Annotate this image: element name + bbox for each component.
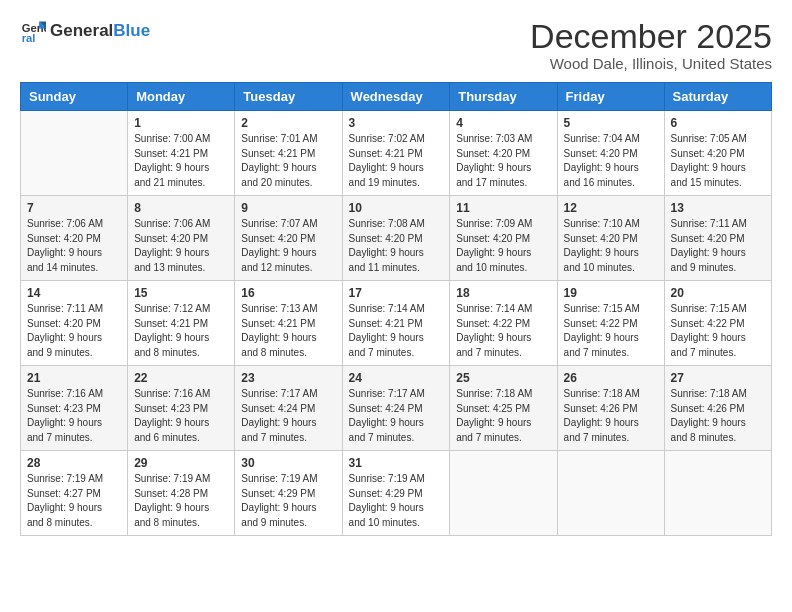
day-info: Sunrise: 7:07 AM Sunset: 4:20 PM Dayligh… [241,217,335,275]
day-info: Sunrise: 7:18 AM Sunset: 4:26 PM Dayligh… [564,387,658,445]
weekday-header-thursday: Thursday [450,83,557,111]
calendar-cell: 23Sunrise: 7:17 AM Sunset: 4:24 PM Dayli… [235,366,342,451]
day-number: 22 [134,371,228,385]
day-info: Sunrise: 7:05 AM Sunset: 4:20 PM Dayligh… [671,132,765,190]
calendar-cell: 8Sunrise: 7:06 AM Sunset: 4:20 PM Daylig… [128,196,235,281]
day-number: 13 [671,201,765,215]
calendar-cell: 15Sunrise: 7:12 AM Sunset: 4:21 PM Dayli… [128,281,235,366]
weekday-header-wednesday: Wednesday [342,83,450,111]
day-number: 24 [349,371,444,385]
day-number: 25 [456,371,550,385]
calendar-cell: 2Sunrise: 7:01 AM Sunset: 4:21 PM Daylig… [235,111,342,196]
day-info: Sunrise: 7:11 AM Sunset: 4:20 PM Dayligh… [671,217,765,275]
logo-blue-text: Blue [113,21,150,41]
day-info: Sunrise: 7:12 AM Sunset: 4:21 PM Dayligh… [134,302,228,360]
day-info: Sunrise: 7:06 AM Sunset: 4:20 PM Dayligh… [27,217,121,275]
day-number: 3 [349,116,444,130]
day-info: Sunrise: 7:19 AM Sunset: 4:27 PM Dayligh… [27,472,121,530]
calendar-cell: 19Sunrise: 7:15 AM Sunset: 4:22 PM Dayli… [557,281,664,366]
day-number: 2 [241,116,335,130]
day-info: Sunrise: 7:06 AM Sunset: 4:20 PM Dayligh… [134,217,228,275]
day-number: 29 [134,456,228,470]
calendar-cell: 27Sunrise: 7:18 AM Sunset: 4:26 PM Dayli… [664,366,771,451]
day-number: 19 [564,286,658,300]
day-number: 5 [564,116,658,130]
weekday-header-friday: Friday [557,83,664,111]
day-info: Sunrise: 7:16 AM Sunset: 4:23 PM Dayligh… [27,387,121,445]
weekday-header-monday: Monday [128,83,235,111]
calendar-cell: 3Sunrise: 7:02 AM Sunset: 4:21 PM Daylig… [342,111,450,196]
day-info: Sunrise: 7:19 AM Sunset: 4:29 PM Dayligh… [349,472,444,530]
day-number: 10 [349,201,444,215]
month-title: December 2025 [530,18,772,55]
logo: Gene ral General Blue [20,18,150,44]
day-info: Sunrise: 7:16 AM Sunset: 4:23 PM Dayligh… [134,387,228,445]
calendar-cell: 4Sunrise: 7:03 AM Sunset: 4:20 PM Daylig… [450,111,557,196]
logo-icon: Gene ral [20,18,46,44]
day-number: 16 [241,286,335,300]
day-number: 26 [564,371,658,385]
day-number: 12 [564,201,658,215]
calendar-cell: 29Sunrise: 7:19 AM Sunset: 4:28 PM Dayli… [128,451,235,536]
day-number: 27 [671,371,765,385]
calendar-table: SundayMondayTuesdayWednesdayThursdayFrid… [20,82,772,536]
day-info: Sunrise: 7:17 AM Sunset: 4:24 PM Dayligh… [349,387,444,445]
week-row-1: 1Sunrise: 7:00 AM Sunset: 4:21 PM Daylig… [21,111,772,196]
day-info: Sunrise: 7:18 AM Sunset: 4:25 PM Dayligh… [456,387,550,445]
calendar-cell: 24Sunrise: 7:17 AM Sunset: 4:24 PM Dayli… [342,366,450,451]
day-info: Sunrise: 7:02 AM Sunset: 4:21 PM Dayligh… [349,132,444,190]
day-number: 30 [241,456,335,470]
weekday-header-saturday: Saturday [664,83,771,111]
day-info: Sunrise: 7:19 AM Sunset: 4:28 PM Dayligh… [134,472,228,530]
calendar-cell: 11Sunrise: 7:09 AM Sunset: 4:20 PM Dayli… [450,196,557,281]
day-number: 4 [456,116,550,130]
calendar-cell: 17Sunrise: 7:14 AM Sunset: 4:21 PM Dayli… [342,281,450,366]
day-number: 21 [27,371,121,385]
calendar-cell: 22Sunrise: 7:16 AM Sunset: 4:23 PM Dayli… [128,366,235,451]
calendar-cell: 5Sunrise: 7:04 AM Sunset: 4:20 PM Daylig… [557,111,664,196]
day-number: 15 [134,286,228,300]
calendar-cell: 28Sunrise: 7:19 AM Sunset: 4:27 PM Dayli… [21,451,128,536]
day-number: 28 [27,456,121,470]
day-info: Sunrise: 7:04 AM Sunset: 4:20 PM Dayligh… [564,132,658,190]
calendar-cell: 9Sunrise: 7:07 AM Sunset: 4:20 PM Daylig… [235,196,342,281]
calendar-cell: 12Sunrise: 7:10 AM Sunset: 4:20 PM Dayli… [557,196,664,281]
svg-text:ral: ral [22,32,36,44]
day-info: Sunrise: 7:14 AM Sunset: 4:22 PM Dayligh… [456,302,550,360]
day-info: Sunrise: 7:14 AM Sunset: 4:21 PM Dayligh… [349,302,444,360]
day-number: 31 [349,456,444,470]
day-number: 14 [27,286,121,300]
day-number: 7 [27,201,121,215]
calendar-cell: 25Sunrise: 7:18 AM Sunset: 4:25 PM Dayli… [450,366,557,451]
weekday-header-sunday: Sunday [21,83,128,111]
calendar-cell: 26Sunrise: 7:18 AM Sunset: 4:26 PM Dayli… [557,366,664,451]
day-info: Sunrise: 7:09 AM Sunset: 4:20 PM Dayligh… [456,217,550,275]
day-number: 18 [456,286,550,300]
calendar-cell [21,111,128,196]
calendar-cell: 14Sunrise: 7:11 AM Sunset: 4:20 PM Dayli… [21,281,128,366]
calendar-cell: 21Sunrise: 7:16 AM Sunset: 4:23 PM Dayli… [21,366,128,451]
week-row-3: 14Sunrise: 7:11 AM Sunset: 4:20 PM Dayli… [21,281,772,366]
location-title: Wood Dale, Illinois, United States [530,55,772,72]
calendar-cell: 1Sunrise: 7:00 AM Sunset: 4:21 PM Daylig… [128,111,235,196]
day-number: 23 [241,371,335,385]
weekday-header-tuesday: Tuesday [235,83,342,111]
day-info: Sunrise: 7:15 AM Sunset: 4:22 PM Dayligh… [564,302,658,360]
day-number: 6 [671,116,765,130]
day-number: 1 [134,116,228,130]
week-row-5: 28Sunrise: 7:19 AM Sunset: 4:27 PM Dayli… [21,451,772,536]
day-info: Sunrise: 7:08 AM Sunset: 4:20 PM Dayligh… [349,217,444,275]
day-info: Sunrise: 7:01 AM Sunset: 4:21 PM Dayligh… [241,132,335,190]
calendar-cell: 6Sunrise: 7:05 AM Sunset: 4:20 PM Daylig… [664,111,771,196]
calendar-cell: 10Sunrise: 7:08 AM Sunset: 4:20 PM Dayli… [342,196,450,281]
calendar-cell: 13Sunrise: 7:11 AM Sunset: 4:20 PM Dayli… [664,196,771,281]
day-info: Sunrise: 7:11 AM Sunset: 4:20 PM Dayligh… [27,302,121,360]
day-number: 17 [349,286,444,300]
calendar-cell: 16Sunrise: 7:13 AM Sunset: 4:21 PM Dayli… [235,281,342,366]
calendar-cell: 31Sunrise: 7:19 AM Sunset: 4:29 PM Dayli… [342,451,450,536]
week-row-4: 21Sunrise: 7:16 AM Sunset: 4:23 PM Dayli… [21,366,772,451]
calendar-cell: 18Sunrise: 7:14 AM Sunset: 4:22 PM Dayli… [450,281,557,366]
day-info: Sunrise: 7:19 AM Sunset: 4:29 PM Dayligh… [241,472,335,530]
calendar-cell: 30Sunrise: 7:19 AM Sunset: 4:29 PM Dayli… [235,451,342,536]
calendar-cell: 7Sunrise: 7:06 AM Sunset: 4:20 PM Daylig… [21,196,128,281]
